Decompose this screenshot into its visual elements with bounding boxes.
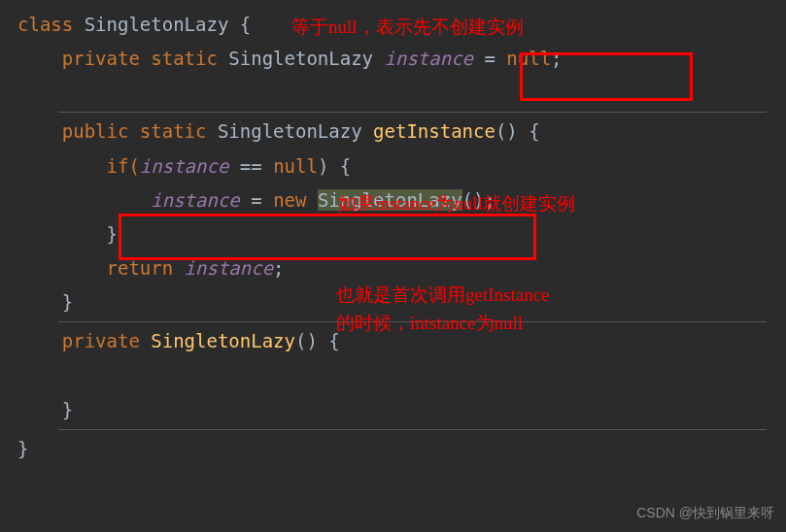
- close-brace: }: [17, 399, 73, 420]
- keyword-modifiers: private static: [17, 48, 228, 69]
- keyword-if: if(: [17, 155, 140, 177]
- variable-instance: instance: [385, 48, 474, 69]
- type-name: SingletonLazy: [228, 48, 384, 69]
- type-name: SingletonLazy: [218, 120, 373, 142]
- null-literal: null: [273, 155, 318, 177]
- indent: [17, 189, 151, 211]
- code-line: }: [0, 432, 786, 466]
- variable-instance: instance: [151, 189, 240, 211]
- parens-brace: () {: [496, 120, 540, 142]
- annotation-explanation: 也就是首次调用getInstance 的时候，intstance为null: [336, 282, 550, 337]
- operator: =: [240, 189, 273, 211]
- annotation-line-2: 的时候，intstance为null: [336, 310, 550, 338]
- semicolon: ;: [273, 257, 284, 279]
- keyword-new: new: [273, 189, 318, 211]
- method-name: getInstance: [373, 120, 496, 142]
- close-brace: }: [17, 291, 73, 313]
- parens-brace: () {: [295, 330, 340, 351]
- operator: ==: [228, 155, 273, 177]
- keyword-return: return: [17, 257, 185, 279]
- watermark-text: CSDN @快到锅里来呀: [636, 501, 774, 526]
- code-line: public static SingletonLazy getInstance(…: [0, 115, 786, 149]
- separator-line: [58, 112, 767, 113]
- blank-line: [0, 358, 786, 392]
- close-brace: }: [17, 438, 28, 459]
- close-brace: }: [17, 223, 118, 245]
- keyword-modifiers: public static: [17, 120, 218, 142]
- operator: =: [473, 48, 506, 69]
- keyword-class: class: [17, 14, 85, 35]
- constructor-name: SingletonLazy: [151, 330, 295, 351]
- keyword-private: private: [17, 330, 151, 351]
- redbox-null-assignment: [520, 52, 693, 101]
- variable-instance: instance: [140, 155, 229, 177]
- code-line: }: [0, 393, 786, 427]
- close-paren-brace: ) {: [318, 155, 351, 177]
- annotation-top: 等于null，表示先不创建实例: [291, 10, 524, 44]
- code-line: if(instance == null) {: [0, 150, 786, 183]
- class-name: SingletonLazy: [85, 14, 229, 35]
- brace: {: [228, 14, 251, 35]
- separator-line: [58, 429, 767, 430]
- redbox-new-instance: [119, 214, 536, 260]
- variable-instance: instance: [185, 257, 274, 279]
- annotation-line-1: 也就是首次调用getInstance: [336, 282, 550, 310]
